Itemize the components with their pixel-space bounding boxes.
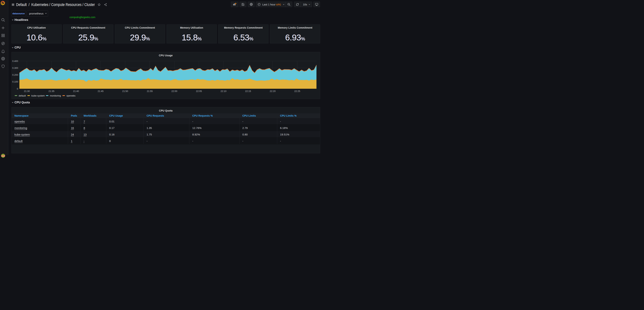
svg-text:21:40: 21:40 <box>73 90 79 93</box>
svg-text:0.400: 0.400 <box>12 60 18 62</box>
svg-text:21:30: 21:30 <box>24 90 30 93</box>
svg-text:0.300: 0.300 <box>12 67 18 69</box>
svg-text:21:55: 21:55 <box>147 90 153 93</box>
svg-text:22:05: 22:05 <box>196 90 202 93</box>
svg-text:22:25: 22:25 <box>294 90 300 93</box>
svg-text:22:00: 22:00 <box>172 90 178 93</box>
svg-text:21:35: 21:35 <box>48 90 54 93</box>
svg-text:22:20: 22:20 <box>270 90 276 93</box>
svg-text:22:10: 22:10 <box>220 90 226 93</box>
svg-text:0: 0 <box>17 87 18 90</box>
svg-text:0.200: 0.200 <box>12 74 18 76</box>
svg-text:22:15: 22:15 <box>245 90 251 93</box>
svg-text:0.100: 0.100 <box>12 80 18 83</box>
svg-text:21:45: 21:45 <box>98 90 104 93</box>
svg-text:21:50: 21:50 <box>122 90 128 93</box>
